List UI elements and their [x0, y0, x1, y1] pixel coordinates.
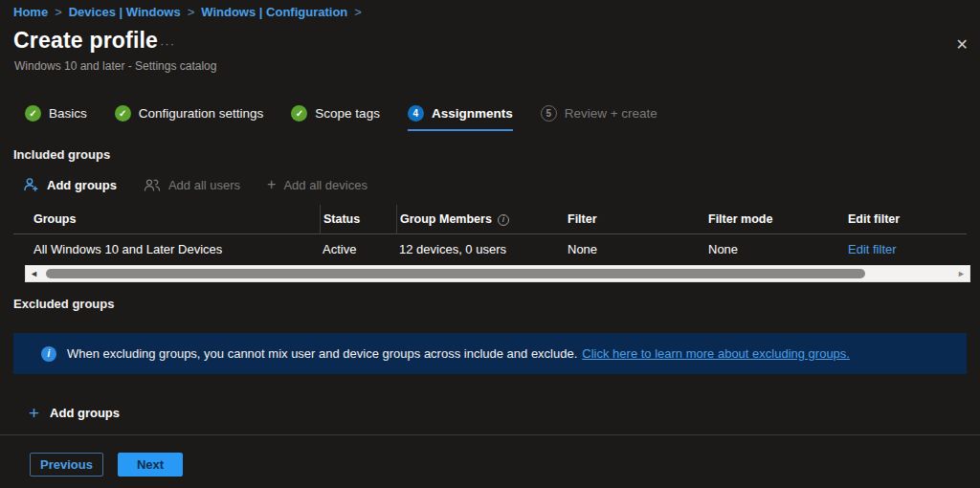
breadcrumb-separator: >: [55, 5, 62, 19]
table-header-row: Groups Status Group Membersi Filter Filt…: [13, 205, 967, 234]
scroll-left-icon[interactable]: ◄: [30, 266, 38, 281]
add-all-devices-label: Add all devices: [283, 178, 367, 192]
check-icon: ✓: [115, 105, 131, 122]
status-cell: Active: [320, 242, 396, 256]
included-groups-heading: Included groups: [13, 147, 110, 162]
check-icon: ✓: [291, 105, 307, 122]
column-header-filter-mode: Filter mode: [705, 205, 845, 234]
step-label: Configuration settings: [139, 106, 264, 121]
next-button[interactable]: Next: [118, 453, 183, 477]
footer-divider: [0, 434, 980, 435]
add-all-users-button: Add all users: [144, 178, 240, 192]
wizard-steps: ✓ Basics ✓ Configuration settings ✓ Scop…: [25, 105, 657, 131]
scrollbar-thumb[interactable]: [46, 269, 865, 278]
page-title: Create profile: [13, 28, 158, 54]
filter-mode-cell: None: [705, 242, 845, 256]
step-label: Basics: [49, 106, 87, 121]
add-all-users-label: Add all users: [168, 178, 240, 192]
breadcrumb: Home > Devices | Windows > Windows | Con…: [13, 5, 362, 19]
add-all-devices-button: + Add all devices: [267, 177, 368, 192]
page-subtitle: Windows 10 and later - Settings catalog: [14, 59, 216, 73]
people-icon: [144, 178, 161, 192]
info-banner-link[interactable]: Click here to learn more about excluding…: [582, 346, 850, 361]
breadcrumb-separator: >: [354, 5, 362, 19]
step-number-icon: 4: [408, 105, 424, 122]
info-icon: i: [41, 346, 56, 362]
breadcrumb-separator: >: [188, 5, 195, 19]
column-header-edit-filter: Edit filter: [845, 205, 967, 234]
step-label: Scope tags: [315, 106, 380, 121]
excluded-groups-heading: Excluded groups: [13, 297, 114, 311]
add-groups-label: Add groups: [47, 178, 117, 192]
create-profile-pane: Home > Devices | Windows > Windows | Con…: [0, 0, 980, 488]
step-review-create: 5 Review + create: [541, 105, 657, 129]
step-configuration-settings[interactable]: ✓ Configuration settings: [115, 105, 264, 129]
included-groups-table: Groups Status Group Membersi Filter Filt…: [13, 205, 967, 264]
column-header-group-members: Group Membersi: [396, 205, 565, 234]
previous-button[interactable]: Previous: [30, 453, 103, 477]
scroll-right-icon[interactable]: ►: [957, 266, 966, 281]
step-number-icon: 5: [541, 105, 557, 122]
info-banner-text: When excluding groups, you cannot mix us…: [67, 346, 577, 361]
included-groups-toolbar: Add groups Add all users + Add all devic…: [23, 177, 368, 192]
group-members-cell: 12 devices, 0 users: [396, 242, 565, 256]
check-icon: ✓: [25, 105, 41, 122]
excluded-add-groups-label: Add groups: [50, 406, 120, 420]
breadcrumb-windows-configuration[interactable]: Windows | Configuration: [201, 5, 347, 19]
info-banner: i When excluding groups, you cannot mix …: [13, 333, 967, 374]
step-scope-tags[interactable]: ✓ Scope tags: [291, 105, 380, 129]
group-name-cell: All Windows 10 and Later Devices: [13, 242, 320, 256]
column-header-groups: Groups: [13, 205, 320, 234]
step-label: Assignments: [432, 106, 513, 121]
column-header-status: Status: [320, 205, 396, 234]
filter-cell: None: [565, 242, 705, 256]
column-header-filter: Filter: [565, 205, 705, 234]
breadcrumb-devices-windows[interactable]: Devices | Windows: [69, 5, 181, 19]
table-row: All Windows 10 and Later Devices Active …: [13, 234, 967, 264]
info-icon[interactable]: i: [498, 214, 509, 226]
step-label: Review + create: [565, 106, 657, 121]
edit-filter-link[interactable]: Edit filter: [845, 242, 967, 256]
step-basics[interactable]: ✓ Basics: [25, 105, 87, 129]
horizontal-scrollbar[interactable]: ◄ ►: [25, 265, 970, 282]
breadcrumb-home[interactable]: Home: [13, 5, 48, 19]
add-groups-button[interactable]: Add groups: [23, 177, 117, 192]
close-icon[interactable]: ✕: [952, 33, 972, 55]
plus-icon: +: [267, 177, 276, 192]
add-person-icon: [23, 177, 39, 192]
more-actions-icon[interactable]: ···: [160, 36, 175, 51]
plus-icon: +: [29, 404, 39, 422]
excluded-add-groups-button[interactable]: + Add groups: [29, 404, 120, 422]
step-assignments[interactable]: 4 Assignments: [408, 105, 513, 131]
